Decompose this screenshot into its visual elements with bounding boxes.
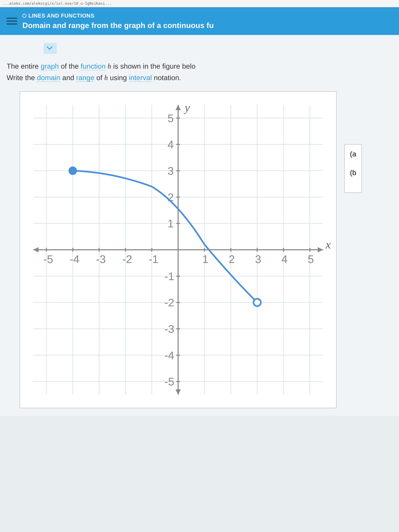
link-range[interactable]: range bbox=[76, 74, 94, 82]
text: using bbox=[108, 74, 129, 82]
problem-statement: The entire graph of the function h is sh… bbox=[6, 60, 393, 83]
chevron-down-icon bbox=[48, 45, 53, 51]
category-label: LINES AND FUNCTIONS bbox=[28, 13, 94, 19]
y-tick: 3 bbox=[168, 165, 174, 177]
open-endpoint bbox=[253, 299, 261, 306]
answer-b-label: (b bbox=[350, 169, 356, 177]
link-domain[interactable]: domain bbox=[37, 74, 60, 82]
link-interval[interactable]: interval bbox=[129, 74, 152, 82]
text bbox=[106, 62, 108, 70]
y-tick: 4 bbox=[168, 138, 174, 151]
y-tick: 1 bbox=[168, 217, 174, 230]
x-tick: 3 bbox=[255, 253, 261, 265]
y-tick: -4 bbox=[165, 349, 174, 361]
hamburger-menu-icon[interactable] bbox=[6, 18, 17, 25]
y-tick: -3 bbox=[165, 323, 174, 335]
var-h: h bbox=[108, 62, 111, 70]
x-tick: -3 bbox=[96, 253, 106, 265]
x-tick: 2 bbox=[229, 253, 235, 265]
text: of bbox=[94, 74, 104, 82]
y-axis-arrow-up bbox=[176, 105, 181, 110]
text: notation. bbox=[152, 74, 181, 82]
x-axis-arrow-left bbox=[33, 247, 38, 252]
header-content: LINES AND FUNCTIONS Domain and range fro… bbox=[22, 13, 393, 30]
text: is shown in the figure belo bbox=[111, 62, 196, 70]
category-row: LINES AND FUNCTIONS bbox=[22, 13, 393, 19]
url-bar: ...aleks.com/alekscgi/x/isl.exe/10_u-IgN… bbox=[0, 0, 399, 7]
link-function[interactable]: function bbox=[81, 62, 106, 70]
x-tick: 5 bbox=[308, 253, 314, 265]
dropdown-button[interactable] bbox=[44, 43, 57, 54]
y-axis-label: y bbox=[184, 101, 190, 114]
text: of the bbox=[59, 62, 81, 70]
text: Write the bbox=[6, 74, 37, 82]
text: The entire bbox=[6, 62, 41, 70]
x-axis-label: x bbox=[325, 238, 331, 251]
x-tick: -2 bbox=[122, 253, 132, 265]
answer-a-label: (a bbox=[350, 150, 356, 158]
link-graph[interactable]: graph bbox=[41, 62, 59, 70]
y-tick: -2 bbox=[165, 296, 174, 309]
x-tick: 4 bbox=[281, 253, 288, 265]
y-tick: -1 bbox=[165, 270, 174, 282]
page-title: Domain and range from the graph of a con… bbox=[22, 21, 393, 30]
y-axis-arrow-down bbox=[176, 389, 181, 395]
x-tick: -1 bbox=[149, 253, 158, 265]
url-text: ...aleks.com/alekscgi/x/isl.exe/10_u-IgN… bbox=[3, 1, 112, 6]
var-h: h bbox=[104, 74, 108, 82]
answer-box: (a (b bbox=[344, 144, 362, 193]
y-tick: -5 bbox=[165, 375, 174, 388]
circle-icon bbox=[22, 14, 26, 18]
x-axis-arrow-right bbox=[318, 247, 323, 252]
graph-box: x y -5 -4 -3 -2 -1 1 2 3 4 5 5 4 3 2 bbox=[20, 91, 336, 408]
x-tick: 1 bbox=[203, 253, 209, 265]
y-tick: 5 bbox=[168, 112, 174, 124]
function-curve bbox=[73, 171, 257, 302]
x-tick: -5 bbox=[43, 253, 53, 265]
header: LINES AND FUNCTIONS Domain and range fro… bbox=[0, 7, 399, 35]
x-tick: -4 bbox=[70, 253, 79, 265]
text: and bbox=[60, 74, 76, 82]
content-area: The entire graph of the function h is sh… bbox=[0, 35, 399, 416]
graph-container: x y -5 -4 -3 -2 -1 1 2 3 4 5 5 4 3 2 bbox=[6, 91, 393, 408]
graph-svg: x y -5 -4 -3 -2 -1 1 2 3 4 5 5 4 3 2 bbox=[20, 92, 336, 408]
closed-endpoint bbox=[69, 167, 76, 174]
